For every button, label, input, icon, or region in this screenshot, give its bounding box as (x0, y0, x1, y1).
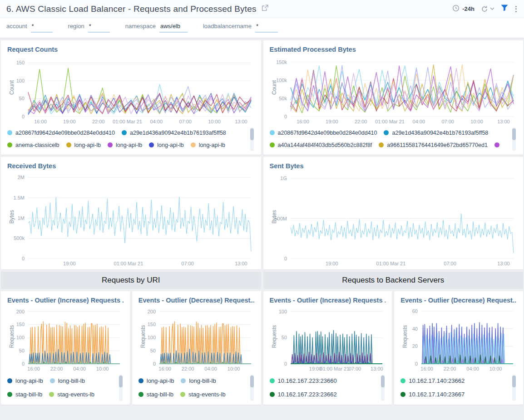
panel-title: Received Bytes (7, 162, 255, 170)
filter-region[interactable]: region * (68, 22, 110, 33)
legend-color-dot (7, 392, 12, 397)
filter-value-input[interactable]: aws/elb (159, 22, 188, 33)
filter-value-input[interactable]: * (31, 22, 53, 33)
chart-uri-outlier-increase[interactable]: 050100150200Requests16:0022:0004:0010:00 (7, 306, 124, 373)
legend-scrollbar[interactable] (119, 376, 123, 387)
legend-label: 10.162.167.223:23662 (278, 391, 337, 398)
legend-item[interactable]: a29e1d436a90942e4b1b76193af5ff58 (122, 127, 226, 139)
legend-item[interactable]: long-api-lb (191, 139, 225, 151)
svg-text:50: 50 (19, 96, 25, 101)
legend-scrollbar[interactable] (512, 376, 516, 387)
legend-request-counts: a20867fd9642d4e09bbe0d284e0dd410a29e1d43… (7, 127, 255, 153)
legend-color-dot (181, 378, 186, 383)
legend-item[interactable] (193, 401, 201, 403)
svg-text:13:00: 13:00 (497, 261, 510, 266)
svg-text:200: 200 (147, 309, 155, 314)
svg-text:16:00: 16:00 (421, 366, 434, 371)
legend-item[interactable] (64, 151, 72, 153)
legend-item[interactable]: 10.162.17.140:23667 (400, 387, 509, 401)
legend-color-dot (66, 142, 71, 147)
legend-item[interactable]: stag-events-lb (180, 387, 226, 401)
filter-value-input[interactable]: * (255, 22, 278, 33)
legend-item[interactable]: a20867fd9642d4e09bbe0d284e0dd410 (270, 127, 377, 139)
share-icon[interactable] (261, 4, 269, 14)
chart-backend-outlier-increase[interactable]: 050100Requests19:0001:00 Mar 2107:0013:0… (270, 306, 386, 373)
kebab-menu-icon[interactable] (514, 5, 518, 13)
filter-namespace[interactable]: namespace aws/elb (125, 22, 188, 33)
filter-account[interactable]: account * (6, 22, 53, 33)
svg-text:13:00: 13:00 (235, 261, 247, 266)
chart-received-bytes[interactable]: 0500k1M1.5M2MBytes19:0001:00 Mar 2107:00… (7, 171, 255, 268)
chart-sent-bytes[interactable]: 0500M1GBytes19:0001:00 Mar 2107:0013:00 (270, 171, 517, 268)
legend-item[interactable]: a40a144af484f403db5d560b2c882f8f (270, 139, 372, 151)
legend-item[interactable] (400, 401, 509, 403)
legend-item[interactable]: long-api-lb (66, 139, 101, 151)
legend-item[interactable]: long-bill-lb (181, 374, 216, 387)
svg-text:150k: 150k (276, 59, 287, 65)
legend-item[interactable] (270, 401, 379, 403)
legend-item[interactable]: 10.162.167.223:23662 (270, 387, 379, 401)
legend-item[interactable]: stag-bill-lb (7, 387, 42, 401)
svg-text:0: 0 (284, 114, 287, 119)
filter-label: account (6, 22, 27, 29)
legend-label: long-api-lb (157, 142, 183, 148)
legend-item[interactable]: stag-monitor-lb (7, 401, 55, 403)
legend-item[interactable]: a96611558176441649e672bd65770ed1 (379, 139, 488, 151)
svg-text:150: 150 (147, 322, 155, 327)
legend-scrollbar[interactable] (250, 376, 254, 387)
panel-backend-outlier-decrease: Events - Outlier (Decrease) Request... 0… (394, 291, 523, 405)
legend-item[interactable]: long-api-lb (108, 139, 142, 151)
legend-item[interactable]: stag-bill-lb (138, 387, 173, 401)
section-requests-by-uri: Requests by URI (1, 272, 261, 289)
svg-text:Bytes: Bytes (271, 210, 277, 224)
svg-text:19:00: 19:00 (326, 119, 338, 124)
legend-item[interactable] (49, 151, 57, 153)
svg-text:04:00: 04:00 (73, 366, 86, 371)
legend-item[interactable]: stag-events-lb (49, 387, 94, 401)
chevron-down-icon (490, 7, 494, 10)
clock-icon[interactable] (452, 5, 460, 14)
legend-item[interactable]: long-api-lb (7, 151, 42, 153)
dashboard-header: 6. AWS Classic Load Balancer - Requests … (0, 0, 524, 18)
legend-item[interactable]: anema-classicelb (7, 139, 59, 151)
chart-backend-outlier-decrease[interactable]: 0204060Requests16:0022:0004:0010:00 (400, 306, 517, 373)
legend-scrollbar[interactable] (250, 128, 254, 140)
legend-item[interactable]: stag-monitor-lb (138, 401, 186, 403)
svg-text:19:00: 19:00 (63, 261, 76, 266)
legend-item[interactable] (300, 151, 308, 153)
legend-item[interactable]: a29e1d436a90942e4b1b76193af5ff58 (384, 127, 488, 139)
filter-label: namespace (125, 22, 156, 29)
filter-loadbalancername[interactable]: loadbalancername * (203, 22, 278, 33)
chart-request-counts[interactable]: 050100150Count16:0019:0022:0001:00 Mar 2… (7, 55, 255, 126)
svg-text:10:00: 10:00 (208, 119, 221, 124)
chart-estimated-processed-bytes[interactable]: 050k100k150kCount16:0019:0022:0001:00 Ma… (270, 55, 517, 126)
svg-text:0: 0 (284, 256, 287, 261)
legend-label: stag-bill-lb (15, 391, 42, 398)
legend-color-dot (270, 142, 275, 147)
legend-label: stag-events-lb (188, 391, 226, 398)
legend-item[interactable] (270, 151, 278, 153)
svg-text:150: 150 (16, 322, 25, 327)
legend-label: a20867fd9642d4e09bbe0d284e0dd410 (15, 130, 115, 136)
svg-text:Count: Count (9, 80, 15, 95)
legend-item[interactable]: long-api-lb (149, 139, 183, 151)
legend-item[interactable]: 10.162.17.140:23662 (400, 374, 509, 387)
legend-item[interactable]: long-api-lb (7, 374, 43, 387)
filter-value-input[interactable]: * (88, 22, 110, 33)
legend-item[interactable] (494, 139, 503, 151)
time-range-label[interactable]: -24h (462, 5, 475, 12)
refresh-icon[interactable] (481, 5, 494, 13)
svg-text:16:00: 16:00 (158, 366, 171, 371)
legend-scrollbar[interactable] (381, 376, 385, 387)
legend-item[interactable] (62, 401, 70, 403)
legend-item[interactable]: long-api-lb (138, 374, 174, 387)
legend-item[interactable]: long-bill-lb (50, 374, 85, 387)
chart-uri-outlier-decrease[interactable]: 050100150200Requests16:0022:0004:0010:00 (138, 306, 255, 373)
filter-icon[interactable] (501, 5, 508, 13)
svg-text:10:00: 10:00 (489, 366, 502, 371)
legend-item[interactable] (285, 151, 293, 153)
legend-scrollbar[interactable] (512, 128, 516, 140)
legend-item[interactable]: a20867fd9642d4e09bbe0d284e0dd410 (7, 127, 115, 139)
legend-item[interactable]: 10.162.167.223:23660 (270, 374, 379, 387)
svg-text:50: 50 (281, 335, 287, 340)
